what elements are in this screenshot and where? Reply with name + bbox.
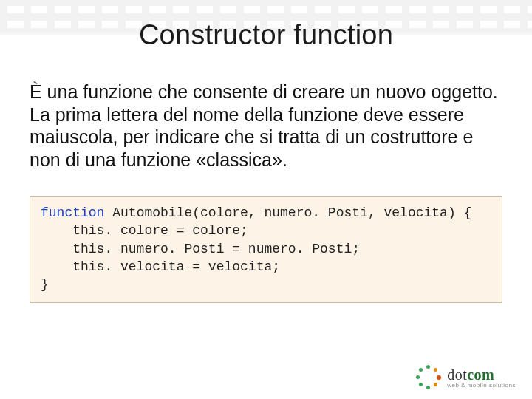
code-close-brace: } — [41, 277, 49, 292]
logo-wordmark: dotcom — [447, 367, 516, 382]
slide-body-text: È una funzione che consente di creare un… — [30, 81, 502, 171]
code-keyword: function — [41, 205, 104, 220]
logo-dot-ring-icon — [416, 365, 441, 390]
code-line-3: this. velocita = velocita; — [41, 259, 280, 274]
code-line-2: this. numero. Posti = numero. Posti; — [41, 242, 360, 256]
logo-text-block: dotcom web & mobile solutions — [447, 367, 516, 389]
footer-logo: dotcom web & mobile solutions — [416, 365, 516, 390]
slide-container: Constructor function È una funzione che … — [0, 0, 532, 399]
logo-dot-text: dot — [447, 366, 467, 383]
code-block: function Automobile(colore, numero. Post… — [30, 196, 502, 303]
code-signature: Automobile(colore, numero. Posti, veloci… — [104, 205, 471, 220]
logo-com-text: com — [467, 366, 494, 383]
slide-title: Constructor function — [27, 19, 505, 51]
code-line-1: this. colore = colore; — [41, 223, 248, 238]
logo-tagline: web & mobile solutions — [447, 383, 516, 389]
